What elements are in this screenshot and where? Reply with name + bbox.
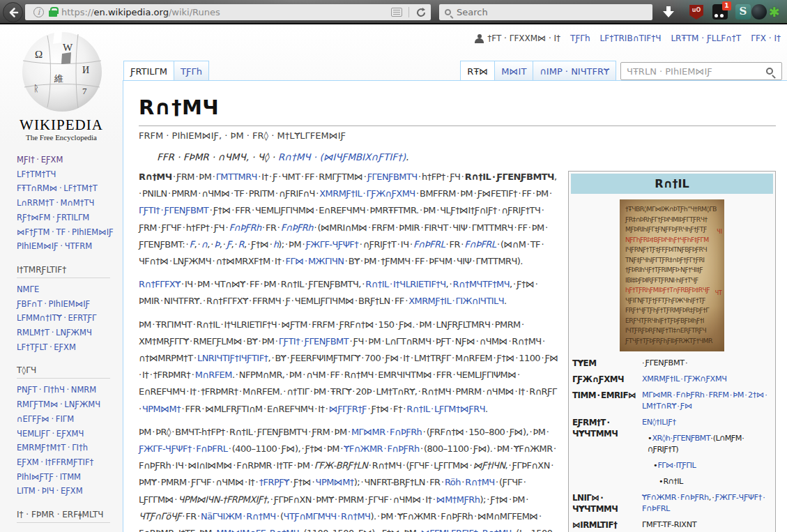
sidebar-item-recent-changes[interactable]: RMLM†T · LNƑЖMЧ <box>17 326 117 340</box>
article-link[interactable]: ЧPM⋈M† <box>142 404 181 414</box>
addon-icon-green[interactable]: ✱ <box>767 4 782 20</box>
url-bar[interactable]: i https://en.wikipedia.org/wiki/Runes <box>25 4 431 20</box>
sidebar-item-featured-content[interactable]: FŦT∩RM⋈ · LF†TM†T <box>17 181 117 196</box>
article-link[interactable]: MΓ⋈MR · F∩ÞƑRh <box>351 427 422 437</box>
reader-mode-icon[interactable] <box>391 8 402 17</box>
sidebar-item-what-links-here[interactable]: PNƑT · ΓI†hЧ · NMRM <box>17 383 117 397</box>
download-icon[interactable] <box>662 5 675 19</box>
article-link[interactable]: R∩†IL · I†ЧLRIETIF†Ч <box>365 279 445 289</box>
tab-read[interactable]: RŦ⋈ <box>460 61 495 80</box>
reload-icon[interactable] <box>415 7 427 18</box>
sidebar-item-donate-to-wikipedia[interactable]: ⋈F†ƑTM · TF · PIhIEM⋈IƑ <box>17 225 117 240</box>
article-text: · ∩ƑRIƑ†T · IЧ · <box>358 239 413 250</box>
article-link[interactable]: XMRMƑ†IL · ΓƑЖ∩ƑXMЧ <box>319 188 415 199</box>
article-link[interactable]: R∩†MЧ <box>465 477 494 487</box>
logo-wordmark[interactable]: WIKIPEDIA <box>0 117 123 133</box>
sidebar-item-special-pages[interactable]: ЧEMLIƑΓ · EƑXMЧ <box>17 427 117 441</box>
tab-talk[interactable]: TƑΓh <box>174 61 209 80</box>
infobox-link[interactable]: FΓ⋈ · ITƑΓIL <box>657 461 696 470</box>
sidebar-item-wikidata-item[interactable]: PIhI⋈ƑTƑ · ITMM <box>17 470 117 485</box>
article-link[interactable]: NäΓЧIЖM · R∩†MЧ <box>201 511 276 522</box>
personal-link-contributions[interactable]: LF†TRIB∩TIF†Ч <box>600 33 662 43</box>
article-link[interactable]: ƑΓENƑBMTЧ <box>367 172 418 182</box>
lock-icon[interactable] <box>49 10 57 17</box>
article-link[interactable]: ΓƑTI† · ƑΓENƑBMT <box>279 336 349 347</box>
article-link[interactable]: ΓƑTI† · ƑΓENƑBMT <box>139 205 208 215</box>
article-link[interactable]: XMRMƑ†IL · ΓIЖ∩IЧTILЧ <box>408 296 504 306</box>
sidebar-item-current-events[interactable]: L∩RRM†T · M∩M†TЧ <box>17 196 117 211</box>
infobox-link[interactable]: XR◊h · ƑΓENƑBMT <box>652 434 710 443</box>
sidebar-item-main-page[interactable]: MƑI† · EƑXM <box>17 153 117 167</box>
sidebar-item-permanent-link[interactable]: EMRMƑ†M†T · ΓI†h <box>17 441 117 455</box>
sidebar-item-cite-this-page[interactable]: LITM · ÞIЧ · EƑXM <box>17 484 117 499</box>
article-link[interactable]: ɎF∩ЖMR · F∩ÞƑRh <box>344 443 419 454</box>
sidebar-item-help[interactable]: NMΓE <box>17 282 117 297</box>
article-link[interactable]: F∩ÞFRL <box>464 239 496 250</box>
back-button[interactable] <box>3 2 23 22</box>
hatnote-link[interactable]: R∩†MЧ · (⋈IЧƑMBIX∩ƑTIF†) <box>278 151 406 162</box>
article-link[interactable]: MM⋈IM∩ƑΓ · R∩†MЧ <box>216 528 299 532</box>
sidebar-item-wikipedia-store[interactable]: PIhIEM⋈IƑ · ЧTFRM <box>17 239 117 254</box>
codex-text-line: ERƑЧTƑRЧhIƑ†TƑÞƑBƑÞIhƑ†I <box>620 316 724 326</box>
infobox-value: XMRMƑ†IL · ΓƑЖ∩ƑXMЧ <box>642 374 772 385</box>
article-link[interactable]: LNRIЧTIƑ†IЧƑTIF† <box>197 353 268 363</box>
infobox-link[interactable]: ɎF∩ЖMR · F∩ÞƑRh <box>642 493 709 502</box>
article-link[interactable]: F∩ÞƑRh <box>281 222 313 233</box>
shutter-icon[interactable]: S <box>735 4 751 20</box>
infobox-link[interactable]: XMRMƑ†IL · ΓƑЖ∩ƑXMЧ <box>642 374 727 383</box>
article-link[interactable]: ⋈M†MƑRh <box>436 494 480 505</box>
article-link[interactable]: ЧPM⋈M† <box>316 477 354 487</box>
sidebar-item-page-information[interactable]: EƑXM · I†FFRMƑTIF† <box>17 455 117 470</box>
article-link[interactable]: R <box>238 239 244 250</box>
wiki-search-icon[interactable] <box>766 68 773 75</box>
codex-marginalia: ЧI <box>717 229 722 235</box>
personal-link-log-in[interactable]: ΓFX · I† <box>751 33 781 43</box>
sidebar-item-random-article[interactable]: RƑ†⋈FM · ƑRTILΓM <box>17 211 117 225</box>
article-text: · FFR · ⋈MLFRƑTI∩M · E∩REFЧMЧ · I† · <box>181 404 329 414</box>
article-link[interactable]: Þ <box>214 239 219 250</box>
article-text: · I† · Ƒ · ЧMT · FF · RMΓƑTM⋈ · <box>257 172 367 182</box>
sidebar-item-upload-file[interactable]: ∩EΓFƑ⋈ · FIΓM <box>17 412 117 427</box>
wikipedia-logo[interactable]: Ω W И 維 7 ᚱ <box>18 27 105 117</box>
article-link[interactable]: Röh <box>445 477 461 487</box>
url-text[interactable]: https://en.wikipedia.org/wiki/Runes <box>61 7 391 17</box>
article-text: , · <box>194 239 201 250</box>
tab-article[interactable]: ƑRTILΓM <box>123 61 174 80</box>
browser-search[interactable]: Search <box>439 4 652 20</box>
info-icon[interactable]: i <box>33 7 44 17</box>
sidebar-item-community-portal[interactable]: LFMM∩†ITɎ · EFRTƑΓ <box>17 311 117 326</box>
article-link[interactable]: F∩ÞƑRh <box>229 222 261 233</box>
article-text: · h†FP† · ƑЧ · <box>418 172 465 182</box>
article-link[interactable]: ƑЖΓF-ЧƑΨF† <box>305 239 358 250</box>
article-link[interactable]: R∩†FΓFXɎ <box>139 279 181 289</box>
article-link[interactable]: ЧTƑ∩MΓMЧЧ · R∩†MЧ <box>284 511 371 522</box>
infobox-image[interactable]: †ŦЧBR◊MΓ⋈IЖ∩ÞTƑh“Ч†RM◊ΓBƑR‡∩ÞRhƑΓ†ƑÞIЧMI… <box>620 199 724 351</box>
article-link[interactable]: ⋈ƑΓƑR†Ƒ <box>329 404 367 414</box>
sidebar-item-contents[interactable]: LF†TM†TЧ <box>17 167 117 182</box>
article-link[interactable]: ⋈ƑΓMLƑRΓIƑ† · R∩†MЧ <box>421 528 512 532</box>
article-link[interactable]: R∩†IL · LƑΓM†⋈ƑRЧ <box>406 404 485 414</box>
sidebar-item-related-changes[interactable]: RMΓƑTM⋈ · LNƑЖMЧ <box>17 397 117 412</box>
article-link[interactable]: R∩†MЧTF†MЧ <box>453 279 510 289</box>
article-link[interactable]: Ƒ <box>227 239 231 250</box>
sphere-icon[interactable] <box>751 4 767 20</box>
tab-edit[interactable]: M⋈IT <box>495 61 533 80</box>
personal-link-create-account[interactable]: LRŦTM · ƑLLF∩†T <box>671 33 741 43</box>
ublock-icon[interactable]: uO <box>689 4 704 20</box>
sidebar-item-about-wikipedia[interactable]: ƑBF∩T · PIhIEM⋈IƑ <box>17 297 117 312</box>
article-link[interactable]: ∩ <box>201 239 207 250</box>
personal-link-talk[interactable]: TƑΓh <box>570 33 590 43</box>
infobox-row: TIMM · EMRIF⋈MΓ⋈MR · F∩ÞƑRh · FRFM · ÞM … <box>571 387 773 414</box>
article-link[interactable]: †FRPƑɎ <box>259 477 289 487</box>
article-link[interactable]: ΓMTTMRЧ <box>216 172 257 182</box>
article-link[interactable]: FΓ⋈ · MЖΓIЧN <box>286 256 344 266</box>
article-link[interactable]: ƑЖΓF-ЧƑΨF† · F∩ÞFRL <box>139 443 227 454</box>
sidebar-item-contact-page[interactable]: LF†TƑLT · EƑXM <box>17 340 117 355</box>
tab-view-history[interactable]: ∩IMP · NIЧTFRɎ <box>533 61 616 80</box>
article-link[interactable]: F∩ÞFRL <box>413 239 445 250</box>
sidebar-section: T◊ΓЧPNƑT · ΓI†hЧ · NMRMRMΓƑTM⋈ · LNƑЖMЧ∩… <box>17 365 117 499</box>
infobox-link[interactable]: EN◊†ILIƑ† <box>642 418 676 427</box>
infobox-link[interactable]: MΓ⋈MR · F∩ÞƑRh · FRFM · ÞM · 2†⋈ · LM†T∩… <box>642 390 767 411</box>
article-link[interactable]: M∩RFEM <box>195 370 232 380</box>
wiki-search-box[interactable]: ЧŦRLN · PIhIEM⋈IƑ <box>620 62 782 80</box>
